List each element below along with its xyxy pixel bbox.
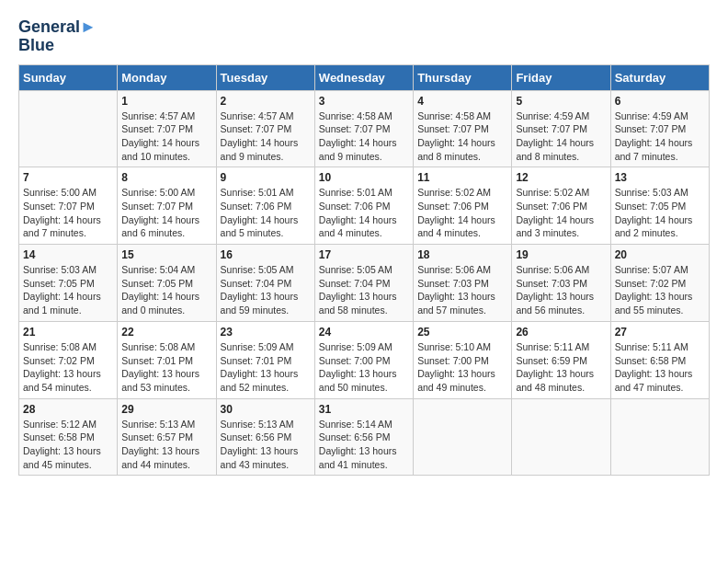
day-info: Sunrise: 5:11 AM Sunset: 6:59 PM Dayligh…	[516, 340, 606, 395]
calendar-cell: 30Sunrise: 5:13 AM Sunset: 6:56 PM Dayli…	[216, 398, 314, 476]
day-number: 9	[221, 171, 311, 184]
day-number: 30	[221, 403, 311, 416]
day-number: 19	[516, 248, 606, 261]
day-info: Sunrise: 5:02 AM Sunset: 7:06 PM Dayligh…	[417, 186, 507, 240]
day-number: 29	[121, 403, 211, 416]
day-number: 28	[23, 403, 113, 416]
calendar-cell: 6Sunrise: 4:59 AM Sunset: 7:07 PM Daylig…	[610, 90, 709, 167]
calendar-cell: 3Sunrise: 4:58 AM Sunset: 7:07 PM Daylig…	[314, 90, 413, 167]
day-number: 21	[23, 326, 113, 339]
calendar-cell: 18Sunrise: 5:06 AM Sunset: 7:03 PM Dayli…	[414, 245, 512, 322]
day-number: 20	[615, 248, 705, 261]
day-number: 1	[121, 95, 211, 108]
day-number: 27	[615, 326, 705, 339]
day-number: 8	[121, 171, 211, 184]
calendar-cell: 4Sunrise: 4:58 AM Sunset: 7:07 PM Daylig…	[414, 90, 512, 167]
calendar-cell: 12Sunrise: 5:02 AM Sunset: 7:06 PM Dayli…	[512, 167, 610, 245]
day-info: Sunrise: 5:08 AM Sunset: 7:02 PM Dayligh…	[23, 340, 113, 395]
calendar-cell	[512, 398, 610, 476]
day-number: 7	[23, 171, 113, 184]
calendar-cell	[414, 398, 512, 476]
day-number: 25	[417, 326, 507, 339]
calendar-cell: 27Sunrise: 5:11 AM Sunset: 6:58 PM Dayli…	[610, 321, 709, 398]
calendar-cell	[19, 90, 118, 167]
day-info: Sunrise: 5:00 AM Sunset: 7:07 PM Dayligh…	[121, 186, 211, 240]
page-header: General►Blue	[18, 18, 710, 55]
day-info: Sunrise: 4:57 AM Sunset: 7:07 PM Dayligh…	[121, 109, 211, 164]
week-row-1: 1Sunrise: 4:57 AM Sunset: 7:07 PM Daylig…	[19, 90, 710, 167]
day-info: Sunrise: 5:12 AM Sunset: 6:58 PM Dayligh…	[23, 418, 113, 472]
calendar-cell: 14Sunrise: 5:03 AM Sunset: 7:05 PM Dayli…	[19, 245, 118, 322]
day-info: Sunrise: 5:04 AM Sunset: 7:05 PM Dayligh…	[121, 263, 211, 317]
calendar-cell: 29Sunrise: 5:13 AM Sunset: 6:57 PM Dayli…	[118, 398, 216, 476]
day-number: 26	[516, 326, 606, 339]
day-info: Sunrise: 4:57 AM Sunset: 7:07 PM Dayligh…	[221, 109, 311, 164]
day-number: 14	[23, 248, 113, 261]
calendar-cell: 10Sunrise: 5:01 AM Sunset: 7:06 PM Dayli…	[314, 167, 413, 245]
calendar-cell: 16Sunrise: 5:05 AM Sunset: 7:04 PM Dayli…	[216, 245, 314, 322]
week-row-2: 7Sunrise: 5:00 AM Sunset: 7:07 PM Daylig…	[19, 167, 710, 245]
calendar-cell: 19Sunrise: 5:06 AM Sunset: 7:03 PM Dayli…	[512, 245, 610, 322]
calendar-cell: 7Sunrise: 5:00 AM Sunset: 7:07 PM Daylig…	[19, 167, 118, 245]
day-number: 23	[221, 326, 311, 339]
col-header-wednesday: Wednesday	[314, 64, 413, 90]
col-header-tuesday: Tuesday	[216, 64, 314, 90]
day-info: Sunrise: 5:01 AM Sunset: 7:06 PM Dayligh…	[221, 186, 311, 240]
day-number: 4	[417, 95, 507, 108]
day-number: 6	[615, 95, 705, 108]
calendar-cell: 26Sunrise: 5:11 AM Sunset: 6:59 PM Dayli…	[512, 321, 610, 398]
day-info: Sunrise: 5:13 AM Sunset: 6:57 PM Dayligh…	[121, 418, 211, 472]
day-number: 17	[319, 248, 409, 261]
day-number: 10	[319, 171, 409, 184]
calendar-cell: 9Sunrise: 5:01 AM Sunset: 7:06 PM Daylig…	[216, 167, 314, 245]
calendar-cell: 31Sunrise: 5:14 AM Sunset: 6:56 PM Dayli…	[314, 398, 413, 476]
calendar-cell: 2Sunrise: 4:57 AM Sunset: 7:07 PM Daylig…	[216, 90, 314, 167]
day-info: Sunrise: 5:11 AM Sunset: 6:58 PM Dayligh…	[615, 340, 705, 395]
calendar-cell: 17Sunrise: 5:05 AM Sunset: 7:04 PM Dayli…	[314, 245, 413, 322]
col-header-sunday: Sunday	[19, 64, 118, 90]
day-info: Sunrise: 5:02 AM Sunset: 7:06 PM Dayligh…	[516, 186, 606, 240]
day-number: 13	[615, 171, 705, 184]
day-info: Sunrise: 5:08 AM Sunset: 7:01 PM Dayligh…	[121, 340, 211, 395]
calendar-cell: 15Sunrise: 5:04 AM Sunset: 7:05 PM Dayli…	[118, 245, 216, 322]
week-row-5: 28Sunrise: 5:12 AM Sunset: 6:58 PM Dayli…	[19, 398, 710, 476]
day-info: Sunrise: 5:03 AM Sunset: 7:05 PM Dayligh…	[615, 186, 705, 240]
day-info: Sunrise: 4:58 AM Sunset: 7:07 PM Dayligh…	[417, 109, 507, 164]
col-header-friday: Friday	[512, 64, 610, 90]
calendar-cell: 22Sunrise: 5:08 AM Sunset: 7:01 PM Dayli…	[118, 321, 216, 398]
day-info: Sunrise: 5:05 AM Sunset: 7:04 PM Dayligh…	[221, 263, 311, 317]
day-number: 31	[319, 403, 409, 416]
day-info: Sunrise: 5:06 AM Sunset: 7:03 PM Dayligh…	[516, 263, 606, 317]
day-info: Sunrise: 4:59 AM Sunset: 7:07 PM Dayligh…	[615, 109, 705, 164]
calendar-cell: 1Sunrise: 4:57 AM Sunset: 7:07 PM Daylig…	[118, 90, 216, 167]
calendar-table: SundayMondayTuesdayWednesdayThursdayFrid…	[18, 64, 710, 477]
calendar-cell: 13Sunrise: 5:03 AM Sunset: 7:05 PM Dayli…	[610, 167, 709, 245]
day-info: Sunrise: 5:03 AM Sunset: 7:05 PM Dayligh…	[23, 263, 113, 317]
week-row-3: 14Sunrise: 5:03 AM Sunset: 7:05 PM Dayli…	[19, 245, 710, 322]
calendar-cell	[610, 398, 709, 476]
calendar-cell: 23Sunrise: 5:09 AM Sunset: 7:01 PM Dayli…	[216, 321, 314, 398]
calendar-cell: 21Sunrise: 5:08 AM Sunset: 7:02 PM Dayli…	[19, 321, 118, 398]
day-info: Sunrise: 5:07 AM Sunset: 7:02 PM Dayligh…	[615, 263, 705, 317]
day-info: Sunrise: 5:01 AM Sunset: 7:06 PM Dayligh…	[319, 186, 409, 240]
week-row-4: 21Sunrise: 5:08 AM Sunset: 7:02 PM Dayli…	[19, 321, 710, 398]
logo: General►Blue	[18, 18, 97, 55]
calendar-header-row: SundayMondayTuesdayWednesdayThursdayFrid…	[19, 64, 710, 90]
calendar-cell: 8Sunrise: 5:00 AM Sunset: 7:07 PM Daylig…	[118, 167, 216, 245]
day-info: Sunrise: 5:09 AM Sunset: 7:00 PM Dayligh…	[319, 340, 409, 395]
day-number: 11	[417, 171, 507, 184]
day-info: Sunrise: 5:00 AM Sunset: 7:07 PM Dayligh…	[23, 186, 113, 240]
day-info: Sunrise: 5:13 AM Sunset: 6:56 PM Dayligh…	[221, 418, 311, 472]
logo-text: General►Blue	[18, 18, 97, 55]
day-number: 5	[516, 95, 606, 108]
day-info: Sunrise: 4:58 AM Sunset: 7:07 PM Dayligh…	[319, 109, 409, 164]
calendar-cell: 25Sunrise: 5:10 AM Sunset: 7:00 PM Dayli…	[414, 321, 512, 398]
calendar-cell: 20Sunrise: 5:07 AM Sunset: 7:02 PM Dayli…	[610, 245, 709, 322]
col-header-thursday: Thursday	[414, 64, 512, 90]
calendar-cell: 5Sunrise: 4:59 AM Sunset: 7:07 PM Daylig…	[512, 90, 610, 167]
day-info: Sunrise: 4:59 AM Sunset: 7:07 PM Dayligh…	[516, 109, 606, 164]
calendar-cell: 24Sunrise: 5:09 AM Sunset: 7:00 PM Dayli…	[314, 321, 413, 398]
calendar-cell: 28Sunrise: 5:12 AM Sunset: 6:58 PM Dayli…	[19, 398, 118, 476]
col-header-monday: Monday	[118, 64, 216, 90]
day-number: 2	[221, 95, 311, 108]
